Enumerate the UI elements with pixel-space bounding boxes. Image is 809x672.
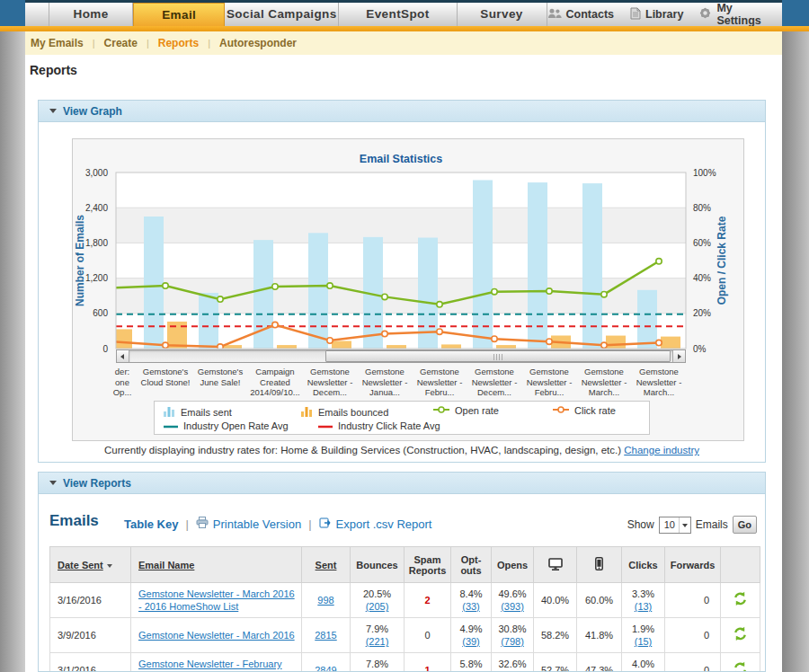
sent-count-link[interactable]: 2815 bbox=[315, 630, 336, 641]
chart-scrollbar[interactable] bbox=[116, 349, 686, 363]
table-row: 3/1/2016Gemstone Newsletter - February 2… bbox=[50, 653, 760, 672]
x-axis-label: GemstoneNewsletter -Febru... bbox=[413, 367, 467, 398]
svg-text:Number of Emails: Number of Emails bbox=[74, 215, 86, 306]
cell-email-name: Gemstone Newsletter - February 2016 bbox=[131, 653, 302, 672]
optouts-count-link[interactable]: (39) bbox=[462, 636, 480, 647]
cell-spam-reports: 2 bbox=[404, 583, 451, 618]
printable-version-link[interactable]: Printable Version bbox=[196, 517, 301, 531]
col-mobile-opens bbox=[577, 547, 622, 583]
cell-opens: 49.6%(393) bbox=[492, 583, 534, 618]
contacts-button[interactable]: Contacts bbox=[547, 8, 614, 22]
col-sent[interactable]: Sent bbox=[302, 547, 351, 583]
legend-swatch-icon bbox=[164, 420, 178, 431]
col-email-name[interactable]: Email Name bbox=[131, 547, 302, 583]
svg-text:60%: 60% bbox=[693, 238, 711, 248]
cell-refresh bbox=[721, 618, 760, 653]
cell-sent: 2815 bbox=[302, 618, 351, 653]
table-header-row: Date Sent Email Name Sent Bounces Spam R… bbox=[50, 547, 760, 583]
cell-opt-outs: 4.9%(39) bbox=[451, 618, 492, 653]
svg-text:20%: 20% bbox=[693, 308, 711, 318]
collapse-arrow-icon bbox=[49, 481, 57, 485]
email-statistics-chart: 06001,2001,8002,4003,0000%20%40%60%80%10… bbox=[72, 138, 744, 441]
my-settings-button[interactable]: My Settings bbox=[698, 2, 773, 27]
svg-text:0%: 0% bbox=[693, 344, 707, 354]
refresh-icon[interactable] bbox=[733, 632, 748, 643]
svg-text:100%: 100% bbox=[693, 168, 716, 178]
subnav-separator: | bbox=[147, 38, 149, 49]
cell-date-sent: 3/9/2016 bbox=[50, 618, 131, 653]
refresh-icon[interactable] bbox=[733, 597, 748, 608]
go-button[interactable]: Go bbox=[733, 516, 757, 534]
library-button[interactable]: Library bbox=[629, 7, 683, 22]
cell-sent: 998 bbox=[302, 583, 351, 618]
x-axis-label: Gemstone'sJune Sale! bbox=[193, 367, 247, 387]
col-actions bbox=[721, 547, 760, 583]
email-name-link[interactable]: Gemstone Newsletter - March 2016 - 2016 … bbox=[138, 588, 295, 612]
col-date-sent[interactable]: Date Sent bbox=[50, 547, 131, 583]
legend-item: Open rate bbox=[433, 405, 499, 416]
page-title: Reports bbox=[30, 63, 77, 77]
bounces-count-link[interactable]: (221) bbox=[366, 636, 389, 647]
industry-note-text: Currently displaying industry rates for:… bbox=[104, 445, 621, 455]
export-csv-link[interactable]: Export .csv Report bbox=[319, 517, 432, 531]
view-graph-panel: View Graph 06001,2001,8002,4003,0000%20%… bbox=[38, 100, 766, 463]
cell-sent: 2849 bbox=[302, 653, 351, 672]
email-name-link[interactable]: Gemstone Newsletter - February 2016 bbox=[138, 659, 282, 672]
library-label: Library bbox=[645, 8, 683, 21]
cell-email-name: Gemstone Newsletter - March 2016 - 2016 … bbox=[131, 583, 302, 618]
view-graph-header[interactable]: View Graph bbox=[39, 101, 765, 122]
view-graph-body: 06001,2001,8002,4003,0000%20%40%60%80%10… bbox=[39, 122, 765, 462]
tab-eventspot[interactable]: EventSpot bbox=[339, 3, 457, 26]
col-forwards: Forwards bbox=[665, 547, 721, 583]
scrollbar-left-arrow[interactable] bbox=[117, 350, 129, 362]
clicks-count-link[interactable]: (13) bbox=[635, 601, 653, 612]
sent-count-link[interactable]: 2849 bbox=[315, 665, 336, 672]
change-industry-link[interactable]: Change industry bbox=[624, 445, 699, 455]
bounces-count-link[interactable]: (205) bbox=[366, 601, 389, 612]
email-name-link[interactable]: Gemstone Newsletter - March 2016 bbox=[138, 630, 295, 641]
tab-social-campaigns[interactable]: Social Campaigns bbox=[225, 3, 339, 26]
link-separator: | bbox=[308, 517, 311, 531]
view-reports-body: Emails Table Key | Printable Version | bbox=[39, 494, 765, 671]
legend-item: Industry Click Rate Avg bbox=[318, 420, 440, 431]
svg-text:0: 0 bbox=[102, 344, 108, 354]
optouts-count-link[interactable]: (33) bbox=[462, 601, 480, 612]
tab-email[interactable]: Email bbox=[133, 3, 225, 26]
show-count-select[interactable]: 10 bbox=[659, 517, 691, 534]
show-label: Show bbox=[627, 518, 654, 531]
subnav-autoresponder[interactable]: Autoresponder bbox=[219, 37, 297, 49]
svg-text:1,800: 1,800 bbox=[85, 238, 108, 248]
cell-refresh bbox=[721, 653, 760, 672]
x-axis-label: GemstoneNewsletter -March... bbox=[577, 367, 631, 398]
view-reports-header[interactable]: View Reports bbox=[39, 473, 765, 494]
legend-item: Emails bounced bbox=[301, 405, 388, 419]
scrollbar-right-arrow[interactable] bbox=[672, 350, 685, 362]
cell-forwards: 0 bbox=[665, 618, 721, 653]
clicks-count-link[interactable]: (15) bbox=[635, 636, 653, 647]
cell-opens: 30.8%(798) bbox=[492, 618, 534, 653]
top-left-corner bbox=[0, 0, 25, 26]
app-window: Home Email Social Campaigns EventSpot Su… bbox=[0, 0, 809, 672]
scrollbar-thumb[interactable] bbox=[325, 350, 671, 362]
subnav-my-emails[interactable]: My Emails bbox=[31, 37, 84, 49]
right-page-margin bbox=[782, 31, 809, 672]
legend-item: Industry Open Rate Avg bbox=[164, 420, 289, 431]
tab-home[interactable]: Home bbox=[49, 3, 133, 26]
svg-text:2,400: 2,400 bbox=[85, 203, 108, 213]
table-key-link[interactable]: Table Key bbox=[124, 517, 178, 531]
chart-legend: Emails sentEmails bouncedOpen rateClick … bbox=[154, 401, 650, 435]
tab-survey[interactable]: Survey bbox=[458, 3, 547, 26]
col-spam-reports: Spam Reports bbox=[404, 547, 451, 583]
left-page-margin bbox=[0, 31, 25, 672]
opens-count-link[interactable]: (393) bbox=[501, 601, 524, 612]
legend-item: Click rate bbox=[553, 405, 616, 416]
opens-count-link[interactable]: (798) bbox=[501, 636, 524, 647]
refresh-icon[interactable] bbox=[733, 668, 748, 672]
scrollbar-track[interactable] bbox=[129, 350, 672, 362]
export-icon bbox=[319, 517, 332, 531]
subnav-reports[interactable]: Reports bbox=[158, 37, 199, 49]
cell-date-sent: 3/1/2016 bbox=[50, 653, 131, 672]
subnav-create[interactable]: Create bbox=[104, 37, 138, 49]
cell-forwards: 0 bbox=[665, 653, 721, 672]
sent-count-link[interactable]: 998 bbox=[317, 595, 333, 606]
